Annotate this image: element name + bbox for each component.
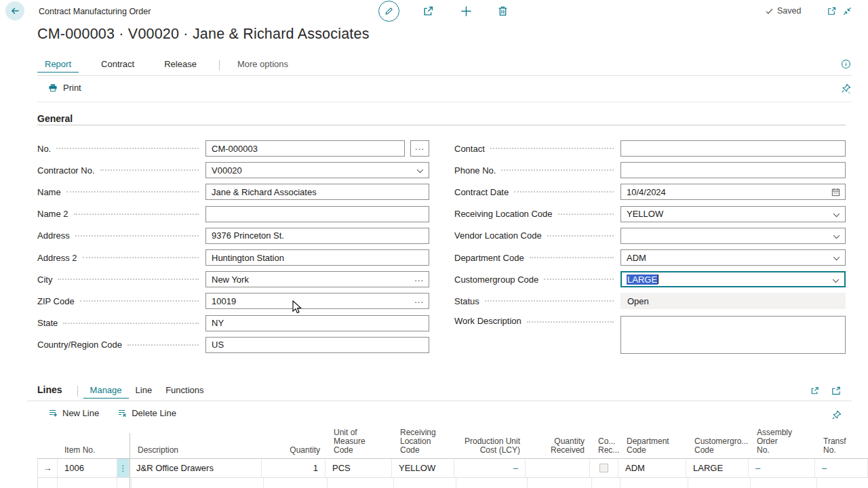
tab-report[interactable]: Report: [37, 59, 79, 73]
col-header-production-unit-cost[interactable]: Production UnitCost (LCY): [456, 437, 527, 458]
customergroup-code-input[interactable]: LARGE: [620, 271, 846, 287]
col-header-department-code[interactable]: DepartmentCode: [620, 437, 688, 458]
field-row-contractor-no: Contractor No. V00020: [37, 159, 429, 181]
table-row[interactable]: → 1006 ⋮ J&R Office Drawers 1 PCS YELLOW…: [37, 459, 868, 478]
field-row-name: Name Jane & Richard Associates: [37, 181, 429, 203]
tab-functions[interactable]: Functions: [159, 384, 210, 398]
dotted-leader: [80, 300, 199, 302]
chevron-down-icon[interactable]: [833, 213, 840, 218]
cell-customergroup-code[interactable]: LARGE: [686, 459, 749, 478]
edit-button[interactable]: [378, 1, 399, 22]
delete-line-label: Delete Line: [132, 408, 176, 418]
col-header-completely-received[interactable]: Co...Rec...: [591, 437, 620, 458]
field-row-contact: Contact: [454, 138, 846, 159]
share-button[interactable]: [422, 5, 435, 18]
col-header-quantity[interactable]: Quantity: [263, 446, 327, 458]
tab-line[interactable]: Line: [129, 384, 159, 398]
field-label: Department Code: [454, 253, 524, 263]
delete-line-icon: [117, 407, 127, 418]
tab-manage[interactable]: Manage: [83, 384, 129, 399]
col-header-item-no[interactable]: Item No.: [58, 446, 117, 458]
col-header-kebab: [117, 455, 131, 458]
phone-no-input[interactable]: [620, 162, 846, 178]
pin-icon[interactable]: [831, 409, 842, 421]
focus-mode-button[interactable]: [831, 386, 842, 396]
more-options-button[interactable]: More options: [235, 59, 291, 69]
field-label: Country/Region Code: [37, 340, 122, 350]
chevron-down-icon[interactable]: [416, 169, 424, 174]
city-value: New York: [212, 274, 249, 285]
cell-production-unit-cost[interactable]: –: [454, 459, 526, 478]
address-input[interactable]: 9376 Princeton St.: [205, 228, 429, 244]
chevron-down-icon[interactable]: [833, 235, 840, 239]
name-input[interactable]: Jane & Richard Associates: [205, 184, 429, 200]
share-lines-button[interactable]: [809, 386, 821, 396]
work-description-textarea[interactable]: [620, 316, 846, 354]
table-empty-row[interactable]: [37, 478, 868, 488]
new-line-button[interactable]: New Line: [47, 407, 99, 418]
cell-quantity[interactable]: 1: [262, 459, 326, 478]
field-row-state: State NY: [37, 312, 429, 334]
receiving-location-input[interactable]: YELLOW: [620, 206, 846, 222]
name2-input[interactable]: [205, 206, 429, 222]
zip-code-input[interactable]: 10019 ...: [205, 293, 429, 309]
col-header-description[interactable]: Description: [131, 446, 263, 458]
dotted-leader: [75, 235, 199, 237]
delete-line-button[interactable]: Delete Line: [117, 407, 176, 418]
row-kebab-menu[interactable]: ⋮: [117, 459, 130, 478]
dotted-leader: [83, 257, 199, 258]
city-input[interactable]: New York ...: [205, 271, 429, 287]
address2-input[interactable]: Huntington Station: [205, 249, 429, 266]
col-header-transfer-no[interactable]: TransfNo.: [816, 437, 868, 458]
pin-icon[interactable]: [840, 83, 852, 94]
cell-item-no[interactable]: 1006: [58, 459, 117, 478]
lookup-ellipsis-button[interactable]: ...: [414, 273, 424, 283]
open-in-new-window-button[interactable]: [827, 6, 837, 16]
assist-edit-button[interactable]: ...: [410, 140, 429, 157]
chevron-down-icon[interactable]: [833, 256, 840, 261]
tab-release[interactable]: Release: [157, 59, 204, 72]
back-button[interactable]: [5, 1, 24, 20]
field-row-contract-date: Contract Date 10/4/2024: [454, 181, 846, 203]
col-header-assembly-order-no[interactable]: Assembly OrderNo.: [750, 428, 816, 458]
cell-completely-received[interactable]: [590, 459, 618, 478]
col-header-unit-of-measure[interactable]: Unit ofMeasure Code: [327, 428, 393, 458]
chevron-down-icon[interactable]: [832, 279, 840, 283]
cell-unit-of-measure[interactable]: PCS: [326, 459, 392, 478]
collapse-button[interactable]: [842, 6, 852, 16]
no-input[interactable]: CM-000003: [205, 140, 405, 157]
tab-contract[interactable]: Contract: [94, 59, 142, 72]
field-label: City: [37, 274, 52, 285]
country-region-input[interactable]: US: [205, 337, 429, 353]
cell-assembly-order-no[interactable]: –: [749, 459, 815, 478]
page-caption: Contract Manufacturing Order: [39, 7, 151, 16]
cell-description[interactable]: J&R Office Drawers: [130, 459, 262, 478]
popout-icon: [827, 6, 837, 16]
cell-department-code[interactable]: ADM: [618, 459, 686, 478]
cell-receiving-location[interactable]: YELLOW: [392, 459, 454, 478]
field-label: Contractor No.: [37, 165, 95, 176]
department-code-input[interactable]: ADM: [620, 249, 846, 266]
dotted-leader: [56, 148, 199, 149]
col-header-receiving-location[interactable]: ReceivingLocation Code: [393, 428, 456, 458]
cell-quantity-received[interactable]: [526, 459, 590, 478]
contract-date-input[interactable]: 10/4/2024: [620, 184, 846, 200]
lookup-ellipsis-button[interactable]: ...: [414, 295, 424, 305]
info-icon[interactable]: [841, 59, 851, 69]
new-button[interactable]: [460, 5, 473, 18]
field-label: Name: [37, 187, 61, 197]
col-header-quantity-received[interactable]: QuantityReceived: [527, 437, 591, 458]
contact-input[interactable]: [620, 140, 846, 157]
dotted-leader: [485, 300, 614, 302]
state-input[interactable]: NY: [205, 315, 429, 331]
cell-transfer-no[interactable]: –: [815, 459, 868, 478]
vendor-location-input[interactable]: [620, 228, 846, 244]
field-row-country: Country/Region Code US: [37, 334, 429, 356]
field-label: Contact: [454, 144, 485, 154]
calendar-icon[interactable]: [831, 187, 841, 197]
contractor-no-input[interactable]: V00020: [205, 162, 429, 178]
col-header-customergroup-code[interactable]: Customergro...Code: [688, 437, 750, 458]
field-label: ZIP Code: [37, 296, 75, 306]
delete-button[interactable]: [496, 5, 509, 18]
print-button[interactable]: Print: [47, 83, 81, 93]
